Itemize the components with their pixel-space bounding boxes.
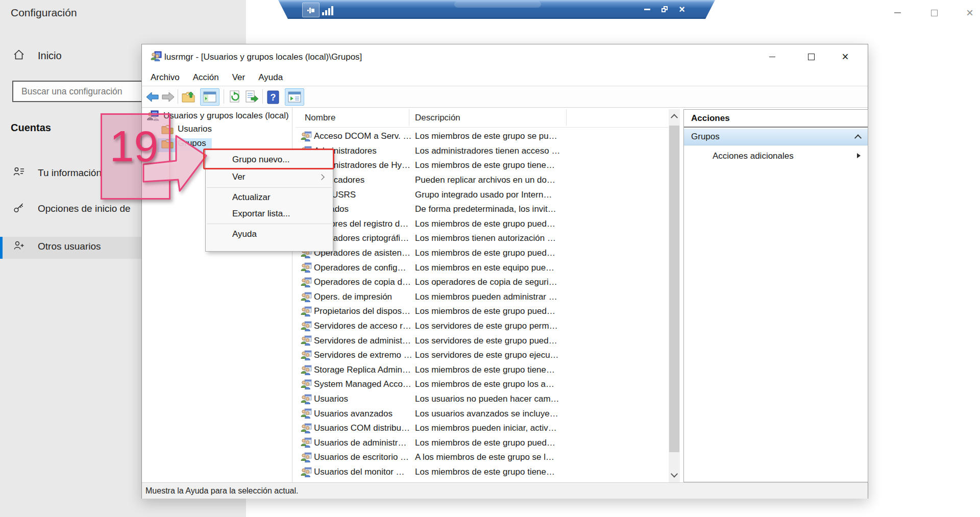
- menu-action[interactable]: Acción: [186, 72, 226, 83]
- menu-help[interactable]: Ayuda: [252, 72, 289, 83]
- rdp-grip: [454, 1, 541, 8]
- table-row[interactable]: Usuarios avanzados Los usuarios avanzado…: [296, 406, 669, 421]
- minimize-icon: [769, 57, 775, 57]
- group-description: Los miembros de este grupo se pu…: [415, 131, 557, 141]
- search-input[interactable]: [13, 82, 150, 101]
- table-row[interactable]: Usuarios de escritorio … A los miembros …: [296, 450, 669, 465]
- window-maximize-button[interactable]: [800, 49, 822, 64]
- table-row[interactable]: Servidores de extremo … Los servidores d…: [296, 348, 669, 363]
- window-title: lusrmgr - [Usuarios y grupos locales (lo…: [164, 52, 362, 62]
- table-row[interactable]: Invitados De forma predeterminada, los i…: [296, 202, 669, 217]
- group-icon: [301, 365, 312, 377]
- sidebar-item-signin-options[interactable]: Opciones de inicio de: [13, 202, 131, 215]
- table-row[interactable]: Duplicadores Pueden replicar archivos en…: [296, 173, 669, 188]
- back-button[interactable]: [146, 90, 159, 104]
- column-header-descripcion[interactable]: Descripción: [415, 113, 460, 123]
- context-menu-item-refresh[interactable]: Actualizar: [206, 189, 333, 206]
- menu-separator: [207, 224, 332, 224]
- table-row[interactable]: Lectores del registro d… Los miembros de…: [296, 217, 669, 232]
- table-row[interactable]: Usuarios del monitor … Los miembros de e…: [296, 465, 669, 480]
- up-folder-icon: [182, 91, 195, 103]
- settings-search-box[interactable]: [12, 81, 143, 102]
- refresh-button[interactable]: [229, 90, 242, 104]
- action-pane-toggle-button[interactable]: [285, 88, 304, 106]
- table-row[interactable]: Administradores Los administradores tien…: [296, 144, 669, 159]
- table-row[interactable]: Propietarios del dispos… Los miembros de…: [296, 304, 669, 319]
- sidebar-item-other-users[interactable]: Otros usuarios: [13, 240, 101, 253]
- export-list-button[interactable]: [245, 90, 258, 104]
- group-name: Propietarios del dispos…: [314, 306, 410, 316]
- table-row[interactable]: Servidores de administ… Los servidores d…: [296, 333, 669, 348]
- table-row[interactable]: Usuarios COM distribu… Los miembros pued…: [296, 421, 669, 436]
- group-description: Los administradores tienen acceso …: [415, 146, 560, 156]
- group-name: Usuarios de administr…: [314, 438, 406, 448]
- context-menu-item-export[interactable]: Exportar lista...: [206, 206, 333, 222]
- rdp-minimize-button[interactable]: [641, 4, 654, 14]
- table-row[interactable]: Usuarios de administr… Los miembros de e…: [296, 435, 669, 450]
- group-description: Los servidores de este grupo perm…: [415, 321, 558, 331]
- column-divider[interactable]: [409, 109, 409, 126]
- title-bar[interactable]: lusrmgr - [Usuarios y grupos locales (lo…: [142, 44, 868, 69]
- table-row[interactable]: Opers. de impresión Los miembros pueden …: [296, 290, 669, 305]
- up-folder-button[interactable]: [182, 90, 195, 104]
- table-row[interactable]: System Managed Acco… Los miembros de est…: [296, 377, 669, 392]
- group-description: Los miembros tienen autorización …: [415, 233, 556, 243]
- scroll-up-button[interactable]: [669, 109, 680, 125]
- table-row[interactable]: Administradores de Hy… Los miembros de e…: [296, 158, 669, 173]
- submenu-arrow-icon: [857, 153, 861, 158]
- sidebar-item-your-info[interactable]: Tu información: [13, 166, 102, 180]
- group-name: Acceso DCOM a Serv. …: [314, 131, 411, 141]
- context-menu-item-help[interactable]: Ayuda: [206, 226, 333, 243]
- group-icon: [301, 467, 312, 479]
- console-tree-toggle-button[interactable]: [200, 88, 219, 106]
- window-close-button[interactable]: ×: [834, 49, 856, 64]
- rdp-connection-bar: ×: [278, 0, 715, 19]
- pin-button[interactable]: [302, 3, 320, 17]
- settings-minimize-button[interactable]: [886, 5, 909, 20]
- column-header-nombre[interactable]: Nombre: [305, 113, 335, 123]
- group-description: Los miembros de este grupo tiene…: [415, 160, 555, 170]
- menu-item-label: Ver: [232, 172, 246, 182]
- menu-file[interactable]: Archivo: [144, 72, 186, 83]
- column-divider[interactable]: [566, 109, 567, 126]
- settings-maximize-button[interactable]: [923, 5, 945, 20]
- sidebar-item-home[interactable]: Inicio: [13, 49, 62, 62]
- group-name: Servidores de acceso r…: [314, 321, 411, 331]
- help-button[interactable]: ?: [266, 90, 280, 104]
- table-row[interactable]: Servidores de acceso r… Los servidores d…: [296, 319, 669, 334]
- scroll-down-button[interactable]: [669, 467, 680, 482]
- table-row[interactable]: Usuarios Los usuarios no pueden hacer ca…: [296, 392, 669, 407]
- rdp-close-button[interactable]: ×: [675, 4, 689, 14]
- group-icon: [301, 335, 312, 348]
- scrollbar-thumb[interactable]: [669, 126, 679, 452]
- table-row[interactable]: Operadores de config… Los miembros en es…: [296, 260, 669, 275]
- back-icon: [146, 91, 159, 103]
- collapse-chevron-icon[interactable]: [854, 134, 862, 141]
- menu-bar: Archivo Acción Ver Ayuda: [142, 69, 868, 86]
- table-row[interactable]: Storage Replica Admin… Los miembros de e…: [296, 363, 669, 378]
- table-row[interactable]: Operadores de copia d… Los operadores de…: [296, 275, 669, 290]
- settings-close-button[interactable]: ×: [959, 5, 980, 20]
- menu-separator: [207, 187, 332, 188]
- group-icon: [301, 131, 312, 143]
- group-name: Operadores de config…: [314, 263, 406, 273]
- actions-additional-row[interactable]: Acciones adicionales: [684, 147, 868, 164]
- group-description: Los miembros pueden iniciar, activ…: [415, 423, 557, 433]
- group-name: Servidores de extremo …: [314, 350, 412, 360]
- group-name: Usuarios: [314, 394, 348, 404]
- actions-group-row[interactable]: Grupos: [684, 129, 868, 145]
- table-row[interactable]: Acceso DCOM a Serv. … Los miembros de es…: [296, 129, 669, 144]
- table-row[interactable]: IIS_IUSRS Grupo integrado usado por Inte…: [296, 187, 669, 202]
- menu-view[interactable]: Ver: [226, 72, 252, 83]
- rdp-restore-button[interactable]: [658, 4, 671, 14]
- table-row[interactable]: Operadores criptográfi… Los miembros tie…: [296, 231, 669, 246]
- group-icon: [301, 408, 312, 421]
- group-icon: [301, 423, 312, 435]
- forward-button[interactable]: [161, 90, 175, 104]
- context-menu-item-view[interactable]: Ver: [206, 168, 333, 186]
- group-description: Los operadores de copia de seguri…: [415, 277, 557, 287]
- window-minimize-button[interactable]: [761, 49, 783, 64]
- list-scrollbar[interactable]: [669, 109, 680, 482]
- table-row[interactable]: Operadores de asisten… Los miembros de e…: [296, 246, 669, 261]
- actions-panel-title: Acciones: [684, 110, 868, 128]
